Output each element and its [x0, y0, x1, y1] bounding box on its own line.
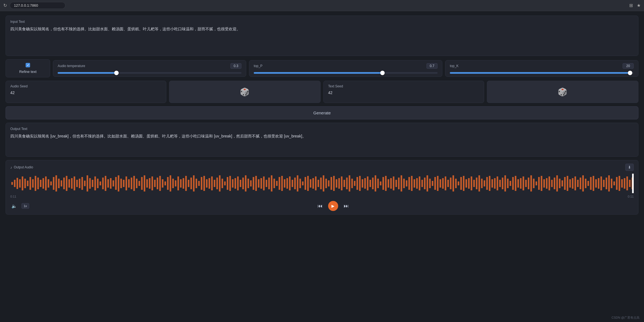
svg-rect-69	[191, 178, 192, 189]
svg-rect-42	[120, 179, 122, 188]
svg-rect-150	[401, 175, 402, 191]
svg-rect-111	[299, 179, 301, 188]
svg-rect-25	[76, 180, 78, 187]
svg-rect-187	[497, 176, 498, 190]
refresh-icon[interactable]: ↻	[3, 3, 7, 8]
svg-rect-231	[611, 179, 613, 188]
svg-rect-83	[227, 177, 228, 190]
svg-rect-185	[491, 179, 493, 188]
audio-seed-input-panel: Audio Seed	[6, 81, 166, 103]
text-seed-input[interactable]	[328, 90, 479, 95]
audio-temperature-thumb[interactable]	[114, 71, 119, 75]
top-p-fill	[254, 72, 382, 74]
svg-rect-131	[351, 179, 353, 188]
svg-rect-60	[167, 177, 169, 190]
audio-temperature-track[interactable]	[58, 72, 242, 74]
text-seed-dice-button[interactable]: 🎲	[487, 81, 639, 103]
svg-rect-228	[603, 180, 605, 187]
svg-rect-92	[250, 180, 252, 186]
svg-rect-155	[414, 179, 415, 188]
svg-rect-105	[284, 179, 286, 188]
audio-seed-dice-button[interactable]: 🎲	[169, 81, 321, 103]
svg-rect-186	[494, 178, 496, 189]
rewind-button[interactable]: ⏮	[316, 202, 324, 210]
svg-rect-207	[548, 176, 550, 190]
svg-rect-184	[489, 176, 491, 191]
top-p-track[interactable]	[254, 72, 438, 74]
svg-rect-140	[375, 175, 376, 191]
top-p-thumb[interactable]	[380, 71, 385, 75]
svg-rect-73	[201, 177, 203, 190]
generate-button[interactable]: Generate	[6, 106, 638, 119]
svg-rect-173	[460, 177, 462, 190]
top-k-track[interactable]	[450, 72, 634, 74]
svg-rect-57	[159, 176, 161, 191]
svg-rect-43	[123, 180, 125, 187]
svg-rect-199	[528, 178, 530, 189]
svg-rect-162	[432, 181, 433, 186]
browser-toolbar: ⊞ ★	[629, 3, 641, 8]
svg-rect-74	[203, 176, 205, 191]
svg-rect-107	[289, 176, 291, 190]
top-p-panel: top_P 0.7	[249, 60, 442, 77]
cast-icon[interactable]: ⊞	[629, 3, 633, 8]
speed-button[interactable]: 1x	[21, 203, 29, 209]
svg-rect-37	[107, 179, 109, 188]
play-button[interactable]: ▶	[328, 201, 338, 211]
svg-rect-216	[572, 178, 574, 189]
top-k-thumb[interactable]	[628, 71, 632, 75]
svg-rect-4	[22, 176, 23, 190]
svg-rect-159	[424, 178, 426, 189]
svg-rect-48	[136, 179, 138, 188]
svg-rect-152	[406, 180, 408, 186]
svg-rect-15	[50, 181, 52, 185]
download-button[interactable]: ⬇	[625, 164, 634, 171]
svg-rect-63	[175, 180, 177, 186]
svg-rect-49	[138, 181, 140, 186]
svg-rect-224	[593, 176, 594, 191]
time-start: 0:11	[10, 195, 16, 198]
url-bar[interactable]: 127.0.0.1:7860	[10, 2, 65, 9]
svg-rect-64	[177, 176, 179, 190]
svg-rect-171	[455, 179, 457, 188]
svg-rect-153	[408, 177, 410, 190]
output-text-field[interactable]	[10, 133, 634, 152]
svg-rect-190	[504, 175, 506, 191]
svg-rect-227	[601, 176, 602, 190]
svg-rect-237	[626, 176, 628, 190]
svg-rect-217	[574, 176, 576, 190]
bookmark-icon[interactable]: ★	[637, 3, 641, 8]
svg-rect-141	[377, 179, 379, 188]
audio-seed-input[interactable]	[10, 90, 162, 95]
svg-rect-180	[479, 175, 480, 191]
svg-rect-235	[621, 179, 623, 188]
audio-temperature-value: 0.3	[230, 63, 242, 69]
svg-rect-136	[364, 178, 366, 189]
svg-rect-232	[613, 181, 615, 185]
svg-rect-166	[442, 178, 444, 189]
svg-rect-33	[97, 179, 99, 188]
svg-rect-129	[346, 178, 348, 189]
svg-rect-118	[318, 180, 319, 187]
svg-rect-170	[453, 175, 454, 191]
svg-rect-205	[543, 179, 545, 188]
fast-forward-button[interactable]: ⏭	[343, 202, 350, 210]
svg-rect-97	[263, 176, 265, 190]
svg-rect-161	[429, 179, 431, 188]
audio-dice-icon: 🎲	[240, 87, 250, 97]
waveform-container[interactable]	[10, 174, 634, 193]
svg-rect-167	[445, 176, 447, 190]
svg-rect-176	[468, 178, 470, 189]
svg-rect-88	[240, 180, 242, 187]
svg-rect-234	[619, 176, 620, 191]
svg-rect-55	[154, 180, 156, 187]
volume-button[interactable]: 🔈	[10, 202, 18, 210]
svg-rect-192	[510, 181, 511, 186]
input-text-field[interactable]	[10, 26, 634, 51]
svg-rect-130	[349, 175, 350, 191]
svg-rect-87	[237, 176, 239, 190]
svg-rect-3	[19, 179, 21, 188]
svg-rect-10	[37, 178, 39, 189]
svg-rect-70	[193, 175, 195, 191]
refine-text-checkbox[interactable]	[26, 63, 30, 67]
